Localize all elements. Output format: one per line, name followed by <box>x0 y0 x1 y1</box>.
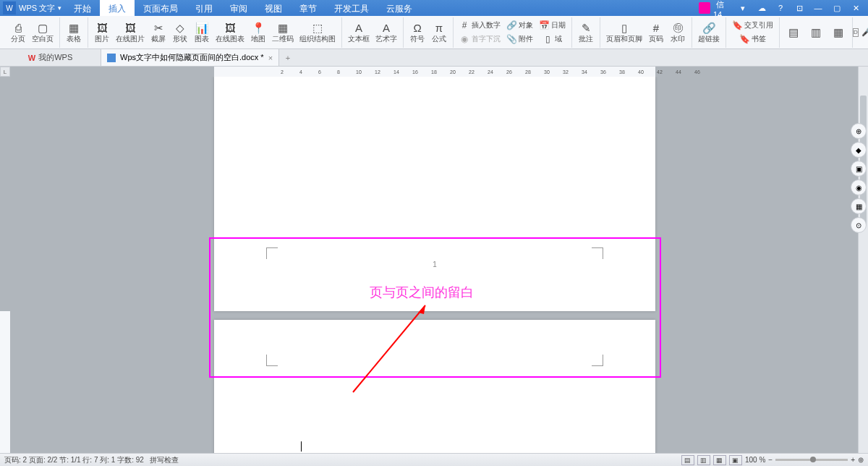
window-shrink-icon[interactable]: ⊡ <box>793 4 806 13</box>
insertnum-icon: # <box>459 20 469 30</box>
hyperlink-icon: 🔗 <box>702 22 716 35</box>
menu-chapter[interactable]: 章节 <box>291 0 326 16</box>
zoom-slider[interactable] <box>775 459 848 461</box>
date-icon: 📅 <box>539 20 549 30</box>
home-tab-label: 我的WPS <box>38 52 72 63</box>
symbol-button[interactable]: Ω符号 <box>407 21 428 44</box>
onlinechart-button[interactable]: 🖼在线图表 <box>213 21 247 44</box>
ruler-corner: L <box>0 67 10 77</box>
text-cursor <box>301 441 302 452</box>
status-page: 页码: 2 页面: 2/2 节: 1/1 行: 7 列: 1 字数: 92 <box>4 455 144 465</box>
menu-view[interactable]: 视图 <box>256 0 291 16</box>
equation-button[interactable]: π公式 <box>428 21 450 44</box>
dropcap-icon: ◉ <box>459 34 469 44</box>
headerfooter-button[interactable]: ▯页眉和页脚 <box>603 21 645 44</box>
page-2: 📄 ▾ <box>214 320 655 453</box>
picture-button[interactable]: 🖼图片 <box>91 21 113 44</box>
menu-pagelayout[interactable]: 页面布局 <box>135 0 187 16</box>
add-tab-button[interactable]: + <box>279 49 297 66</box>
headerfooter-icon: ▯ <box>617 22 631 35</box>
chart-button[interactable]: 📊图表 <box>191 21 213 44</box>
textbox-icon: A <box>352 22 366 35</box>
dropcap-button[interactable]: ◉首字下沉 <box>456 33 503 46</box>
crossref-icon: 🔖 <box>732 20 742 30</box>
side-tool-1[interactable]: ⊕ <box>851 123 867 139</box>
comment-button[interactable]: ✎批注 <box>575 21 597 44</box>
date-button[interactable]: 📅日期 <box>536 19 569 32</box>
menu-insert[interactable]: 插入 <box>100 0 135 16</box>
menu-reference[interactable]: 引用 <box>187 0 221 16</box>
zoom-label[interactable]: 100 % <box>745 456 765 464</box>
ruler-horizontal[interactable]: 2468101214161820222426283032343638404244… <box>10 67 858 77</box>
view-print-button[interactable]: ▤ <box>681 455 694 465</box>
document-canvas[interactable]: 1 📄 ▾ 页与页之间的留白 <box>10 77 858 453</box>
annotation-text: 页与页之间的留白 <box>370 284 474 301</box>
equation-icon: π <box>432 22 446 35</box>
extra2-button[interactable]: ▥ <box>805 25 827 40</box>
insertnum-button[interactable]: #插入数字 <box>456 19 503 32</box>
textbox-button[interactable]: A文本框 <box>345 21 373 44</box>
close-icon[interactable]: ✕ <box>849 4 862 13</box>
crossref-button[interactable]: 🔖交叉引用 <box>729 19 776 32</box>
field-button[interactable]: ▯域 <box>536 33 569 46</box>
screenshot-icon: ✂ <box>151 22 166 35</box>
object-button[interactable]: 🔗对象 <box>503 19 536 32</box>
maximize-icon[interactable]: ▢ <box>830 4 843 13</box>
menu-bar: 开始 插入 页面布局 引用 审阅 视图 章节 开发工具 云服务 <box>65 0 421 16</box>
view-web-button[interactable]: ▦ <box>713 455 726 465</box>
menu-cloud[interactable]: 云服务 <box>378 0 421 16</box>
status-bar: 页码: 2 页面: 2/2 节: 1/1 行: 7 列: 1 字数: 92 拼写… <box>0 453 868 466</box>
blankpage-button[interactable]: ▢空白页 <box>29 21 56 44</box>
minimize-icon[interactable]: — <box>812 4 825 12</box>
zoom-out-button[interactable]: − <box>768 456 773 464</box>
fit-button[interactable]: ⊕ <box>858 456 864 464</box>
pagenum-icon: # <box>649 22 663 35</box>
side-tool-3[interactable]: ▣ <box>851 161 867 177</box>
menu-start[interactable]: 开始 <box>65 0 100 16</box>
menu-review[interactable]: 审阅 <box>221 0 256 16</box>
comment-icon: ✎ <box>579 22 593 35</box>
pagebreak-icon: ⎙ <box>11 22 25 35</box>
side-tool-5[interactable]: ▦ <box>851 198 867 214</box>
screenshot-button[interactable]: ✂截屏 <box>148 21 169 44</box>
document-tab[interactable]: Wps文字中如何隐藏页面间的空白.docx *× <box>101 49 279 66</box>
qrcode-button[interactable]: ▦二维码 <box>269 21 297 44</box>
bookmark-button[interactable]: 🔖书签 <box>729 33 776 46</box>
wordart-button[interactable]: A艺术字 <box>373 21 400 44</box>
close-tab-icon[interactable]: × <box>268 54 273 62</box>
view-read-button[interactable]: ▣ <box>729 455 742 465</box>
app-dropdown-icon[interactable]: ▾ <box>58 4 61 12</box>
cloud-icon[interactable]: ☁ <box>755 4 768 13</box>
chart-icon: 📊 <box>195 22 209 35</box>
mic-icon[interactable]: 🎤 <box>861 27 868 37</box>
doc-icon <box>107 54 116 62</box>
map-button[interactable]: 📍地图 <box>247 21 269 44</box>
side-tool-4[interactable]: ◉ <box>851 179 867 195</box>
view-outline-button[interactable]: ▥ <box>697 455 710 465</box>
kbshortcut: D <box>853 28 859 37</box>
attach-button[interactable]: 📎附件 <box>503 33 536 46</box>
menu-devtools[interactable]: 开发工具 <box>326 0 378 16</box>
side-tool-2[interactable]: ◆ <box>851 142 867 158</box>
status-spell[interactable]: 拼写检查 <box>150 455 179 465</box>
home-tab[interactable]: W我的WPS <box>0 49 101 66</box>
page-number-1: 1 <box>214 260 655 268</box>
pagenum-button[interactable]: #页码 <box>645 21 667 44</box>
zoom-in-button[interactable]: + <box>851 456 855 464</box>
help-icon[interactable]: ? <box>774 4 787 12</box>
shapes-button[interactable]: ◇形状 <box>169 21 191 44</box>
table-button[interactable]: ▦表格 <box>63 21 85 44</box>
extra3-button[interactable]: ▦ <box>827 25 849 40</box>
watermark-button[interactable]: ㊞水印 <box>667 21 689 44</box>
skin-icon[interactable]: ▾ <box>736 4 749 13</box>
watermark-icon: ㊞ <box>671 22 685 35</box>
ruler-vertical[interactable] <box>0 77 10 453</box>
orgchart-button[interactable]: ⬚组织结构图 <box>297 21 339 44</box>
app-logo: W <box>3 1 16 14</box>
blankpage-icon: ▢ <box>35 22 50 35</box>
hyperlink-button[interactable]: 🔗超链接 <box>695 21 723 44</box>
extra1-button[interactable]: ▤ <box>783 25 804 40</box>
onlinepic-button[interactable]: 🖼在线图片 <box>113 21 148 44</box>
side-tool-6[interactable]: ⊙ <box>851 217 867 233</box>
pagebreak-button[interactable]: ⎙分页 <box>7 21 29 44</box>
